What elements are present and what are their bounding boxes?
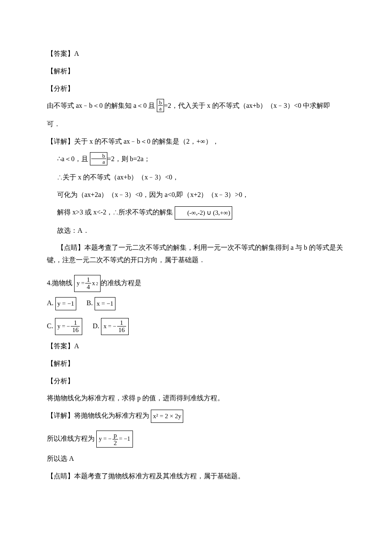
options-row-2: C. y = − 116 D. x = − 116 bbox=[47, 318, 345, 335]
text: 的准线方程是 bbox=[101, 279, 141, 286]
q4-choose: 所以选 A bbox=[47, 453, 345, 465]
option-D-box: x = − 116 bbox=[101, 318, 129, 335]
q4-parse-label: 【解析】 bbox=[47, 358, 345, 370]
q4-detail: 【详解】将抛物线化为标准方程为 x² = 2 × 2y bbox=[47, 410, 345, 423]
text: =2，则 b=2a； bbox=[107, 155, 150, 162]
text: 【详解】将抛物线化为标准方程为 bbox=[47, 412, 149, 419]
q4-analysis-label: 【分析】 bbox=[47, 375, 345, 387]
text: 所以准线方程为 bbox=[47, 435, 95, 442]
step-2: ∴关于 x 的不等式（ax+b）（x﹣3）<0， bbox=[47, 171, 345, 184]
option-C-label: C. bbox=[47, 322, 53, 330]
comment-line: 【点睛】本题考查了一元二次不等式的解集，利用一元一次不等式的解集得到 a 与 b… bbox=[47, 242, 345, 266]
step-4: 解得 x>3 或 x<-2，∴所求不等式的解集 (-∞,-2) ∪ (3,+∞) bbox=[47, 206, 345, 220]
fraction-b-over-a: b a bbox=[90, 152, 107, 165]
step-1: ∴a＜0，且 b a =2，则 b=2a； bbox=[47, 153, 345, 166]
text: ∴a＜0，且 bbox=[57, 155, 88, 162]
option-D-label: D. bbox=[92, 322, 99, 330]
option-A-label: A. bbox=[47, 299, 54, 306]
detail-line: 【详解】关于 x 的不等式 ax﹣b＜0 的解集是（2，+∞）， bbox=[47, 136, 345, 148]
option-C-box: y = − 116 bbox=[55, 318, 83, 335]
analysis-label: 【分析】 bbox=[47, 83, 345, 95]
solution-set-box: (-∞,-2) ∪ (3,+∞) bbox=[175, 206, 232, 220]
options-row-1: A. y = −1 B. x = −1 bbox=[47, 297, 345, 310]
parse-label: 【解析】 bbox=[47, 65, 345, 78]
q4-answer-label: 【答案】A bbox=[47, 340, 345, 353]
standard-form-box: x² = 2 × 2y bbox=[151, 410, 183, 423]
reasoning-line-1: 由不等式 ax﹣b＜0 的解集知 a＜0 且 b a =2，代入关于 x 的不等… bbox=[47, 100, 345, 113]
option-B-box: x = −1 bbox=[95, 297, 115, 310]
q4-reasoning: 将抛物线化为标准方程，求得 p 的值，进而得到准线方程。 bbox=[47, 392, 345, 405]
reasoning-line-2: 可． bbox=[47, 118, 345, 130]
q4-stem: 4.抛物线 y = 14x2 的准线方程是 bbox=[47, 275, 345, 292]
option-B-label: B. bbox=[86, 299, 93, 306]
answer-label: 【答案】A bbox=[47, 48, 345, 60]
focal-eq-box: y = − p2 = −1 bbox=[96, 431, 133, 448]
text: =2，代入关于 x 的不等式（ax+b）（x﹣3）<0 中求解即 bbox=[164, 102, 330, 110]
choose-line: 故选：A． bbox=[47, 225, 345, 237]
text: 解得 x>3 或 x<-2，∴所求不等式的解集 bbox=[57, 208, 173, 216]
text: 由不等式 ax﹣b＜0 的解集知 a＜0 且 bbox=[47, 102, 155, 110]
option-A-box: y = −1 bbox=[55, 297, 76, 310]
step-3: 可化为（ax+2a）（x﹣3）<0，因为 a<0,即（x+2）（x﹣3）>0， bbox=[47, 189, 345, 201]
q4-comment: 【点睛】本题考查了抛物线标准方程及其准线方程，属于基础题。 bbox=[47, 470, 345, 483]
text: 4.抛物线 bbox=[47, 279, 72, 286]
equation-box: y = 14x2 bbox=[74, 275, 101, 292]
fraction-b-over-a: b a bbox=[157, 99, 164, 112]
q4-focal: 所以准线方程为 y = − p2 = −1 bbox=[47, 431, 345, 448]
